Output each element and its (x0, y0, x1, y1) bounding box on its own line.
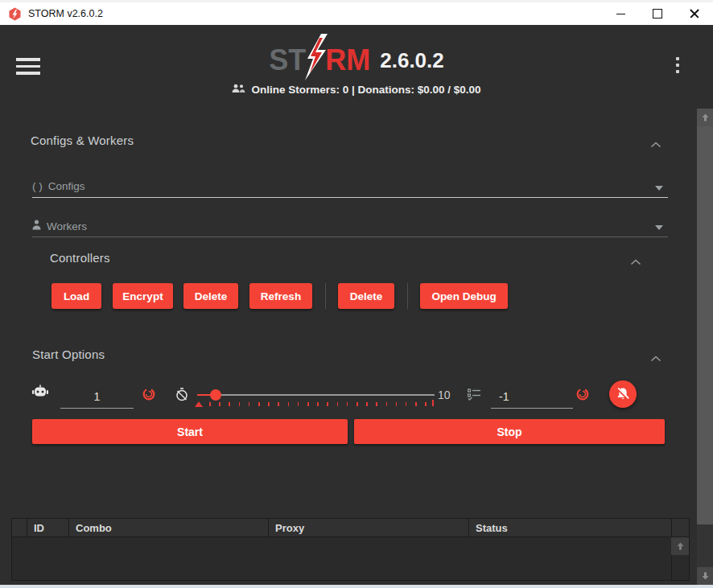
timer-icon (175, 388, 188, 405)
delete-worker-button[interactable]: Delete (338, 283, 394, 309)
collapse-start-options-button[interactable] (650, 351, 661, 357)
workers-select-label: Workers (47, 220, 87, 232)
configs-select[interactable]: ( ) Configs (32, 180, 85, 192)
section-title-controllers: Controllers (50, 251, 110, 265)
collapse-configs-workers-button[interactable] (650, 137, 661, 143)
results-table: ID Combo Proxy Status (11, 518, 690, 581)
scrollbar-thumb[interactable] (697, 126, 713, 524)
minimize-button[interactable] (602, 2, 639, 25)
timeout-slider[interactable] (197, 389, 435, 401)
bot-icon (32, 384, 48, 401)
section-title-start-options: Start Options (32, 347, 105, 361)
load-button[interactable]: Load (52, 283, 101, 309)
chevron-up-icon (650, 356, 661, 362)
arrow-up-icon (677, 542, 684, 550)
results-table-header: ID Combo Proxy Status (12, 519, 689, 537)
close-button[interactable] (676, 2, 713, 25)
slider-ticks (209, 402, 431, 406)
retries-input[interactable] (491, 384, 573, 409)
workers-select[interactable]: Workers (32, 220, 87, 232)
list-icon (468, 389, 481, 404)
reset-retries-icon[interactable] (576, 388, 589, 404)
table-scrollbar[interactable] (671, 537, 689, 580)
slider-marker-icon (195, 401, 203, 407)
slider-end-tick (432, 400, 434, 406)
encrypt-button[interactable]: Encrypt (113, 283, 173, 309)
logo-text-rm: RM (325, 43, 370, 77)
bell-off-icon (616, 387, 630, 401)
configs-select-label: Configs (48, 180, 85, 192)
scroll-down-button[interactable] (697, 567, 713, 585)
delete-config-button[interactable]: Delete (183, 283, 238, 309)
column-header-selector[interactable] (12, 519, 27, 537)
chevron-up-icon (650, 142, 661, 148)
bots-count-input[interactable] (60, 384, 134, 409)
results-table-body (12, 537, 689, 580)
maximize-icon (653, 9, 662, 19)
app-logo-icon (8, 7, 22, 21)
scroll-up-button[interactable] (697, 109, 713, 126)
window-title: STORM v2.6.0.2 (28, 8, 103, 19)
titlebar: STORM v2.6.0.2 (0, 2, 713, 25)
window-controls (602, 2, 713, 25)
refresh-button[interactable]: Refresh (249, 283, 312, 309)
close-icon (690, 9, 699, 19)
button-divider (325, 283, 326, 309)
slider-thumb[interactable] (210, 389, 221, 401)
chevron-up-icon (630, 259, 641, 265)
brackets-icon: ( ) (32, 180, 43, 192)
window-bottom-edge (0, 585, 713, 588)
column-header-scroll-spacer (672, 519, 689, 537)
button-divider (407, 283, 408, 309)
arrow-up-icon (702, 113, 709, 121)
mute-notifications-button[interactable] (609, 380, 637, 408)
column-header-id[interactable]: ID (27, 519, 69, 537)
table-scroll-up-button[interactable] (671, 537, 689, 555)
lightning-bolt-icon (302, 34, 329, 84)
slider-max-label: 10 (438, 389, 451, 401)
reset-bots-icon[interactable] (142, 388, 155, 404)
start-button[interactable]: Start (32, 419, 348, 444)
minimize-icon (616, 14, 625, 14)
app-content: ST RM 2.6.0.2 Online Stormers: 0 | Donat… (0, 25, 713, 585)
maximize-button[interactable] (639, 2, 676, 25)
app-window: STORM v2.6.0.2 ST RM 2.6.0.2 (0, 0, 713, 588)
collapse-controllers-button[interactable] (630, 254, 641, 261)
open-debug-button[interactable]: Open Debug (420, 283, 508, 309)
window-scrollbar[interactable] (697, 109, 713, 585)
online-users-icon (232, 82, 245, 97)
configs-select-underline (32, 197, 668, 198)
person-icon (32, 220, 41, 232)
column-header-proxy[interactable]: Proxy (269, 519, 469, 537)
workers-dropdown-arrow-icon[interactable] (655, 225, 663, 230)
configs-dropdown-arrow-icon[interactable] (655, 186, 663, 191)
stop-button[interactable]: Stop (354, 419, 665, 444)
logo-version: 2.6.0.2 (380, 48, 444, 73)
arrow-down-icon (702, 572, 709, 580)
status-row: Online Stormers: 0 | Donations: $0.00 / … (0, 82, 713, 97)
online-stormers-status: Online Stormers: 0 | Donations: $0.00 / … (251, 84, 480, 96)
logo-text-st: ST (269, 43, 306, 77)
column-header-combo[interactable]: Combo (69, 519, 269, 537)
workers-select-underline (32, 236, 668, 237)
slider-track[interactable] (197, 394, 435, 396)
app-logo: ST RM 2.6.0.2 (0, 39, 713, 81)
section-title-configs-workers: Configs & Workers (31, 134, 134, 147)
column-header-status[interactable]: Status (469, 519, 672, 537)
